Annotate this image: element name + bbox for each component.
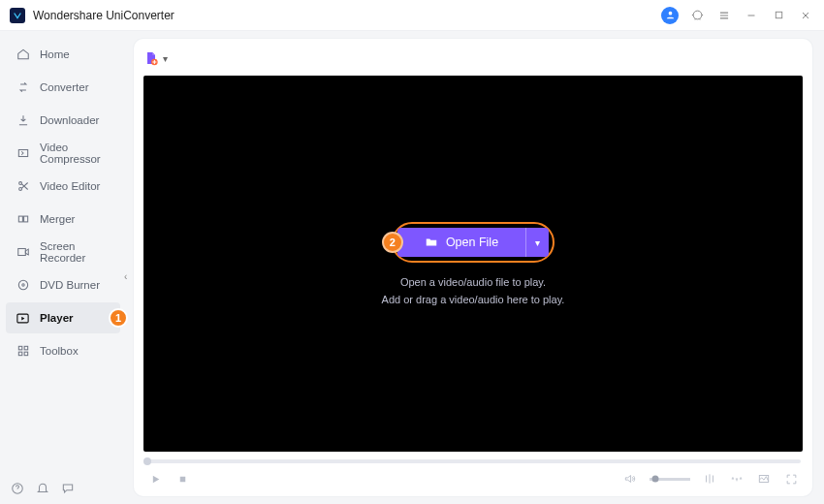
player-card: ▾ 2 Open File ▾ Open a video/audio file … <box>134 39 812 496</box>
player-canvas[interactable]: 2 Open File ▾ Open a video/audio file to… <box>143 76 803 452</box>
sidebar-item-label: Toolbox <box>40 345 79 357</box>
sidebar-item-screen-recorder[interactable]: Screen Recorder <box>6 236 120 268</box>
stop-button[interactable] <box>174 471 190 487</box>
download-icon <box>16 113 30 128</box>
open-file-dropdown[interactable]: ▾ <box>525 228 549 257</box>
merge-icon <box>16 212 30 227</box>
svg-rect-15 <box>24 352 28 356</box>
sidebar-item-video-editor[interactable]: Video Editor <box>6 171 120 202</box>
notification-icon[interactable] <box>35 481 50 496</box>
svg-point-1 <box>693 11 702 19</box>
sidebar-item-label: Video Editor <box>40 180 100 192</box>
sidebar: Home Converter Downloader Video Compress… <box>0 31 126 504</box>
svg-rect-13 <box>24 346 28 350</box>
annotation-step-2: 2 <box>382 232 403 253</box>
feedback-icon[interactable] <box>60 481 76 496</box>
annotation-step-1: 1 <box>109 308 128 328</box>
svg-rect-8 <box>17 249 25 256</box>
app-title: Wondershare UniConverter <box>33 9 174 22</box>
sidebar-item-downloader[interactable]: Downloader <box>6 105 120 136</box>
sidebar-item-converter[interactable]: Converter <box>6 72 120 103</box>
sidebar-item-label: DVD Burner <box>40 279 100 291</box>
grid-icon <box>16 344 30 359</box>
support-icon[interactable] <box>688 7 706 24</box>
svg-rect-6 <box>18 216 22 222</box>
compress-icon <box>16 146 30 161</box>
volume-icon[interactable] <box>622 471 638 487</box>
minimize-button[interactable] <box>743 7 760 24</box>
player-hint-2: Add or drag a video/audio here to play. <box>382 294 565 305</box>
open-file-group: 2 Open File ▾ <box>392 222 555 263</box>
svg-rect-12 <box>18 346 22 350</box>
seek-knob[interactable] <box>143 457 151 465</box>
sidebar-item-label: Home <box>40 48 70 60</box>
menu-icon[interactable] <box>715 7 733 24</box>
add-file-chevron-icon[interactable]: ▾ <box>163 53 168 64</box>
sidebar-item-merger[interactable]: Merger <box>6 204 120 235</box>
open-file-label: Open File <box>446 236 498 249</box>
seek-bar[interactable] <box>145 459 801 463</box>
title-bar: Wondershare UniConverter <box>0 0 824 31</box>
collapse-sidebar-icon[interactable]: ‹ <box>124 271 127 282</box>
sidebar-item-dvd-burner[interactable]: DVD Burner <box>6 269 120 300</box>
chevron-down-icon: ▾ <box>535 237 540 248</box>
svg-rect-2 <box>776 12 781 17</box>
sidebar-item-label: Converter <box>40 81 89 93</box>
player-toolbar: ▾ <box>143 47 803 70</box>
disc-icon <box>16 278 30 293</box>
sidebar-item-toolbox[interactable]: Toolbox <box>6 335 120 366</box>
home-icon <box>16 47 30 62</box>
svg-rect-18 <box>179 476 185 482</box>
svg-point-9 <box>18 280 27 289</box>
subtitle-icon[interactable] <box>702 471 717 487</box>
sidebar-item-label: Screen Recorder <box>40 240 111 264</box>
maximize-button[interactable] <box>770 7 787 24</box>
sidebar-item-player[interactable]: Player 1 <box>6 302 120 333</box>
fullscreen-icon[interactable] <box>783 471 799 487</box>
volume-knob[interactable] <box>652 476 659 483</box>
app-logo <box>10 8 25 23</box>
svg-rect-7 <box>23 216 27 222</box>
sidebar-item-label: Player <box>40 312 74 324</box>
svg-point-10 <box>21 284 23 286</box>
open-file-button[interactable]: Open File <box>397 228 525 257</box>
sidebar-item-label: Merger <box>40 213 75 225</box>
convert-icon <box>16 80 30 95</box>
volume-slider[interactable] <box>650 478 690 481</box>
main-panel: ▾ 2 Open File ▾ Open a video/audio file … <box>126 31 824 504</box>
svg-rect-14 <box>18 352 22 356</box>
play-button[interactable] <box>147 471 163 487</box>
folder-icon <box>425 236 438 249</box>
close-button[interactable] <box>797 7 814 24</box>
sidebar-item-video-compressor[interactable]: Video Compressor <box>6 138 120 169</box>
sidebar-item-home[interactable]: Home <box>6 39 120 70</box>
settings-icon[interactable] <box>729 471 745 487</box>
add-file-icon[interactable] <box>143 50 159 66</box>
play-icon <box>16 311 30 326</box>
help-icon[interactable] <box>10 481 25 496</box>
snapshot-icon[interactable] <box>756 471 772 487</box>
svg-point-0 <box>668 12 672 16</box>
sidebar-item-label: Downloader <box>40 114 99 126</box>
sidebar-footer <box>10 481 76 496</box>
scissors-icon <box>16 179 30 194</box>
player-controls <box>143 469 803 488</box>
sidebar-item-label: Video Compressor <box>40 142 111 165</box>
player-hint-1: Open a video/audio file to play. <box>400 276 546 288</box>
record-icon <box>16 245 30 260</box>
account-icon[interactable] <box>661 7 679 24</box>
